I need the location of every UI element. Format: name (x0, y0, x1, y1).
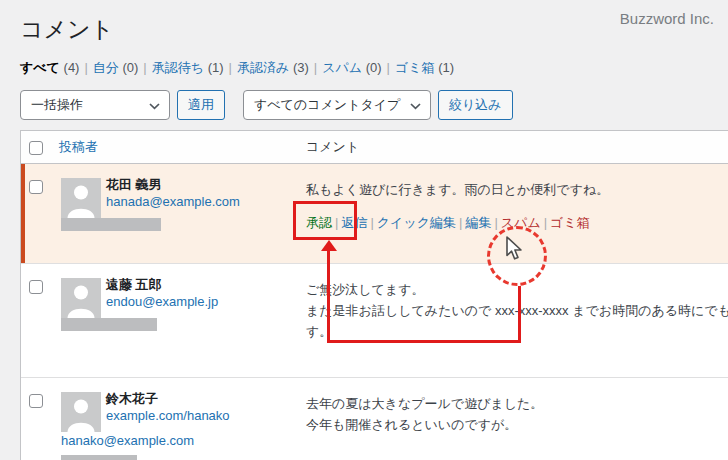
filter-spam: スパム (0) (322, 60, 381, 75)
comment-text: す。 (306, 321, 728, 342)
chevron-down-icon (410, 98, 421, 113)
comment-type-selected-value: すべてのコメントタイプ (254, 96, 400, 114)
comment-text: また是非お話ししてみたいので xxx-xxx-xxxx までお時間のある時にでも (306, 300, 728, 321)
author-column-header[interactable]: 投稿者 (54, 138, 306, 156)
row-checkbox[interactable] (29, 280, 43, 294)
row-checkbox[interactable] (29, 180, 43, 194)
filter-separator: | (84, 60, 87, 75)
redacted-ip (61, 218, 161, 231)
comment-cell: ご無沙汰してます。 また是非お話ししてみたいので xxx-xxx-xxxx まで… (306, 264, 728, 377)
filter-separator: | (387, 60, 390, 75)
author-cell: 遠藤 五郎 endou@example.jp (54, 264, 306, 377)
filter-mine-count: (0) (122, 60, 138, 75)
filter-all-count: (4) (64, 60, 80, 75)
comment-column-header: コメント (306, 138, 728, 156)
reply-link[interactable]: 返信 (341, 215, 367, 230)
comment-row-actions: 承認|返信|クイック編集|編集|スパム|ゴミ箱 (306, 212, 728, 233)
filter-separator: | (314, 60, 317, 75)
redacted-ip (61, 318, 157, 331)
filter-mine-link[interactable]: 自分 (93, 60, 119, 75)
action-separator: | (459, 215, 462, 230)
row-checkbox-cell (21, 164, 54, 263)
row-checkbox-cell (21, 264, 54, 377)
table-header-row: 投稿者 コメント (21, 131, 728, 164)
row-checkbox-cell (21, 378, 54, 460)
filter-approved: 承認済み (3) (237, 60, 309, 75)
spam-link[interactable]: スパム (501, 215, 541, 230)
author-cell: 花田 義男 hanada@example.com (54, 164, 306, 263)
filter-pending: 承認待ち (1) (152, 60, 224, 75)
avatar (61, 178, 101, 218)
action-separator: | (335, 215, 338, 230)
edit-link[interactable]: 編集 (465, 215, 491, 230)
select-all-checkbox[interactable] (29, 141, 43, 155)
comments-table: 投稿者 コメント 花田 義男 hanada@example.com 私もよく遊び… (20, 130, 728, 460)
pending-status-strip (21, 164, 25, 263)
comment-text: 去年の夏は大きなプールで遊びました。 (306, 393, 728, 414)
comments-toolbar: 一括操作 適用 すべてのコメントタイプ 絞り込み (20, 90, 728, 120)
filter-separator: | (229, 60, 232, 75)
comment-row: 鈴木花子 example.com/hanako hanako@example.c… (21, 378, 728, 460)
comment-type-select[interactable]: すべてのコメントタイプ (243, 90, 431, 120)
comment-cell: 私もよく遊びに行きます。雨の日とか便利ですね。 承認|返信|クイック編集|編集|… (306, 164, 728, 263)
author-email-link[interactable]: hanako@example.com (61, 432, 301, 449)
action-separator: | (370, 215, 373, 230)
quick-edit-link[interactable]: クイック編集 (377, 215, 456, 230)
avatar (61, 392, 101, 432)
filter-trash: ゴミ箱 (1) (395, 60, 454, 75)
filter-spam-link[interactable]: スパム (322, 60, 362, 75)
filter-spam-count: (0) (366, 60, 382, 75)
site-brand: Buzzword Inc. (620, 10, 714, 27)
comment-status-filters: すべて (4)|自分 (0)|承認待ち (1)|承認済み (3)|スパム (0)… (20, 59, 728, 77)
bulk-action-select[interactable]: 一括操作 (20, 90, 170, 120)
row-checkbox[interactable] (29, 394, 43, 408)
comment-row: 遠藤 五郎 endou@example.jp ご無沙汰してます。 また是非お話し… (21, 264, 728, 378)
filter-approved-count: (3) (293, 60, 309, 75)
filter-all: すべて (4) (20, 60, 79, 75)
apply-button[interactable]: 適用 (177, 90, 225, 120)
filter-mine: 自分 (0) (93, 60, 139, 75)
approve-link[interactable]: 承認 (306, 215, 332, 230)
filter-separator: | (143, 60, 146, 75)
avatar (61, 278, 101, 318)
comment-text: 私もよく遊びに行きます。雨の日とか便利ですね。 (306, 179, 728, 200)
filter-pending-count: (1) (208, 60, 224, 75)
comment-text: 今年も開催されるといいのですが。 (306, 414, 728, 435)
filter-pending-link[interactable]: 承認待ち (152, 60, 204, 75)
filter-trash-count: (1) (438, 60, 454, 75)
select-all-cell (21, 139, 54, 155)
trash-link[interactable]: ゴミ箱 (550, 215, 590, 230)
comment-text: ご無沙汰してます。 (306, 279, 728, 300)
redacted-ip (61, 455, 137, 460)
filter-button[interactable]: 絞り込み (438, 90, 513, 120)
filter-all-link[interactable]: すべて (20, 60, 60, 75)
chevron-down-icon (149, 98, 160, 113)
filter-trash-link[interactable]: ゴミ箱 (395, 60, 435, 75)
author-cell: 鈴木花子 example.com/hanako hanako@example.c… (54, 378, 306, 460)
bulk-action-selected-value: 一括操作 (31, 96, 83, 114)
action-separator: | (494, 215, 497, 230)
action-separator: | (544, 215, 547, 230)
comment-row-pending: 花田 義男 hanada@example.com 私もよく遊びに行きます。雨の日… (21, 164, 728, 264)
comment-cell: 去年の夏は大きなプールで遊びました。 今年も開催されるといいのですが。 (306, 378, 728, 460)
filter-approved-link[interactable]: 承認済み (237, 60, 289, 75)
comments-page: コメント すべて (4)|自分 (0)|承認待ち (1)|承認済み (3)|スパ… (0, 0, 728, 460)
